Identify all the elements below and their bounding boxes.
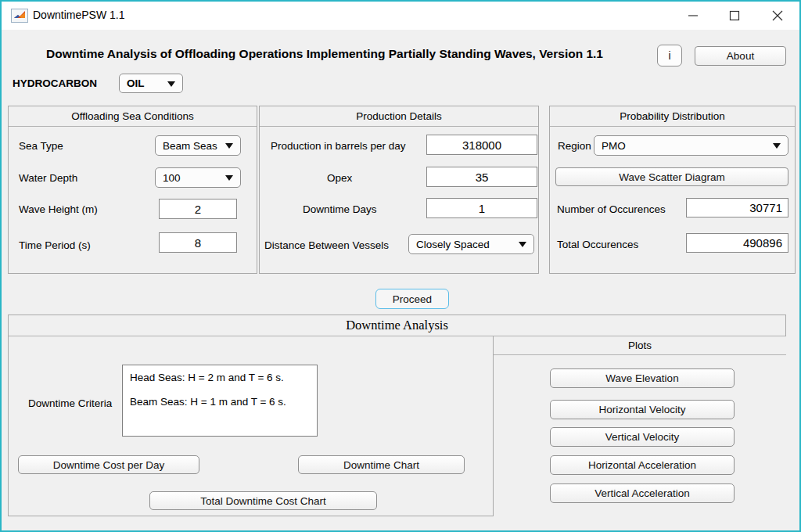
dropdown-arrow-icon: [167, 81, 175, 87]
downtime-analysis-title: Downtime Analysis: [9, 315, 785, 336]
vertical-acceleration-button[interactable]: Vertical Acceleration: [550, 483, 735, 503]
probability-title: Probability Distribution: [550, 106, 795, 127]
production-rate-label: Production in barrels per day: [271, 140, 406, 152]
close-button[interactable]: [765, 5, 790, 27]
downtime-days-field[interactable]: [426, 198, 537, 218]
production-title: Production Details: [260, 106, 538, 127]
wave-elevation-button[interactable]: Wave Elevation: [550, 368, 735, 388]
dropdown-arrow-icon: [225, 175, 233, 181]
occurences-label: Number of Occurences: [557, 203, 666, 215]
dropdown-arrow-icon: [225, 143, 233, 149]
wave-height-label: Wave Height (m): [19, 203, 98, 215]
region-value: PMO: [602, 140, 626, 152]
plots-title: Plots: [494, 336, 786, 355]
titlebar[interactable]: DowntimePSW 1.1: [2, 2, 799, 30]
minimize-button[interactable]: [681, 5, 706, 27]
wave-height-field[interactable]: [159, 199, 237, 219]
occurences-field[interactable]: [686, 198, 788, 217]
vessel-distance-value: Closely Spaced: [416, 239, 490, 250]
opex-label: Opex: [327, 172, 352, 184]
sea-type-label: Sea Type: [19, 140, 63, 152]
vertical-velocity-button[interactable]: Vertical Velocity: [550, 427, 735, 447]
downtime-days-label: Downtime Days: [303, 203, 377, 215]
downtime-criteria-box[interactable]: Head Seas: H = 2 m and T = 6 s. Beam Sea…: [122, 365, 318, 437]
opex-field[interactable]: [426, 167, 537, 187]
downtime-chart-button[interactable]: Downtime Chart: [298, 455, 465, 474]
total-occurences-label: Total Occurences: [557, 239, 638, 250]
close-icon: [772, 10, 783, 21]
time-period-field[interactable]: [159, 232, 237, 253]
dropdown-arrow-icon: [519, 242, 526, 247]
downtime-analysis-panel: Downtime Analysis Downtime Criteria Head…: [8, 315, 786, 516]
region-dropdown[interactable]: PMO: [594, 135, 788, 156]
window-title: DowntimePSW 1.1: [33, 9, 124, 21]
total-downtime-cost-chart-button[interactable]: Total Downtime Cost Chart: [149, 491, 377, 510]
info-button[interactable]: i: [657, 45, 682, 66]
region-label: Region: [558, 140, 591, 152]
horizontal-velocity-button[interactable]: Horizontal Velocity: [550, 400, 735, 419]
downtime-criteria-label: Downtime Criteria: [28, 397, 112, 409]
criteria-line-beam-seas: Beam Seas: H = 1 m and T = 6 s.: [130, 396, 310, 408]
minimize-icon: [688, 10, 699, 21]
plots-panel: Plots Wave Elevation Horizontal Velocity…: [493, 336, 786, 516]
sea-type-value: Beam Seas: [163, 140, 217, 152]
criteria-line-head-seas: Head Seas: H = 2 m and T = 6 s.: [130, 372, 310, 383]
vessel-distance-label: Distance Between Vessels: [264, 239, 389, 251]
proceed-button[interactable]: Proceed: [375, 289, 449, 309]
sea-type-dropdown[interactable]: Beam Seas: [155, 135, 241, 156]
water-depth-dropdown[interactable]: 100: [155, 167, 241, 188]
downtime-cost-per-day-button[interactable]: Downtime Cost per Day: [18, 455, 199, 474]
about-button[interactable]: About: [695, 46, 786, 66]
app-window: DowntimePSW 1.1 Downtime Analysis of Off…: [0, 0, 801, 532]
maximize-icon: [729, 10, 740, 21]
water-depth-label: Water Depth: [19, 172, 77, 184]
horizontal-acceleration-button[interactable]: Horizontal Acceleration: [550, 455, 735, 475]
sea-conditions-title: Offloading Sea Conditions: [9, 106, 257, 127]
hydrocarbon-value: OIL: [127, 77, 145, 89]
wave-scatter-diagram-button[interactable]: Wave Scatter Diagram: [555, 167, 788, 186]
production-rate-field[interactable]: [426, 135, 537, 155]
dropdown-arrow-icon: [773, 143, 781, 149]
hydrocarbon-dropdown[interactable]: OIL: [119, 74, 183, 93]
page-title: Downtime Analysis of Offloading Operatio…: [46, 47, 656, 61]
water-depth-value: 100: [163, 172, 181, 184]
maximize-button[interactable]: [722, 5, 747, 27]
matlab-app-icon: [11, 9, 28, 23]
hydrocarbon-label: HYDROCARBON: [13, 77, 97, 89]
time-period-label: Time Period (s): [19, 239, 91, 251]
vessel-distance-dropdown[interactable]: Closely Spaced: [408, 234, 534, 254]
total-occurences-field[interactable]: [686, 233, 788, 253]
